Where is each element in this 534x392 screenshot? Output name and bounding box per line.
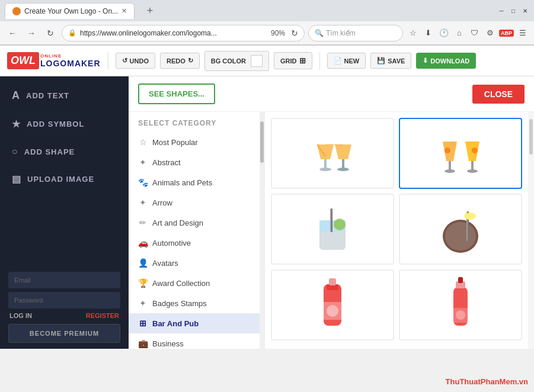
nav-bar: ← → ↻ 🔒 https://www.onlinelogomaker.com/… — [0, 21, 534, 45]
tab-title: Create Your Own Logo - On... — [24, 7, 118, 15]
grid-icon: ⊞ — [299, 56, 306, 65]
download-icon: ⬇ — [423, 57, 428, 65]
sidebar-item-upload-image-label: UPLOAD IMAGE — [27, 175, 94, 184]
address-reload-button[interactable]: ↻ — [291, 28, 298, 38]
new-label: NEW — [344, 57, 360, 65]
bg-color-swatch — [251, 55, 263, 67]
toolbar-separator — [108, 52, 108, 70]
category-business[interactable]: 💼 Business — [129, 333, 264, 349]
sidebar-item-add-symbol[interactable]: ★ ADD SYMBOL — [0, 110, 129, 138]
category-avatars-label: Avatars — [152, 259, 178, 268]
downloads-icon[interactable]: ⬇ — [422, 27, 435, 40]
category-award-collection[interactable]: 🏆 Award Collection — [129, 273, 264, 293]
category-badges-stamps[interactable]: ✦ Badges Stamps — [129, 293, 264, 313]
category-avatars[interactable]: 👤 Avatars — [129, 253, 264, 273]
maximize-button[interactable]: □ — [509, 7, 517, 15]
bg-color-button[interactable]: BG COLOR — [204, 51, 269, 71]
home-icon[interactable]: ⌂ — [453, 27, 466, 40]
symbol-card-5[interactable] — [271, 269, 394, 340]
ssl-lock-icon: 🔒 — [68, 29, 76, 37]
symbol-card-4[interactable] — [399, 194, 522, 265]
toolbar-separator-2 — [319, 52, 320, 70]
bookmark-star-icon[interactable]: ☆ — [407, 27, 420, 40]
right-scrollbar[interactable] — [528, 112, 534, 349]
tab-close-btn[interactable]: ✕ — [121, 7, 127, 15]
password-field[interactable] — [8, 292, 120, 309]
content-area: SEE SHAPES... CLOSE SELECT CATEGORY ☆ Mo… — [129, 76, 534, 349]
category-bar-pub[interactable]: ⊞ Bar And Pub — [129, 313, 264, 333]
close-button[interactable]: CLOSE — [472, 85, 525, 104]
symbol-svg-4 — [437, 200, 484, 259]
undo-button[interactable]: ↺ UNDO — [116, 53, 155, 69]
back-button[interactable]: ← — [5, 25, 20, 41]
symbol-svg-6 — [437, 272, 484, 338]
new-tab-button[interactable]: + — [142, 2, 158, 19]
new-doc-icon: 📄 — [334, 57, 342, 65]
scroll-bar[interactable] — [260, 112, 264, 349]
register-button[interactable]: REGISTER — [86, 312, 119, 319]
address-bar[interactable]: 🔒 https://www.onlinelogomaker.com/logoma… — [62, 25, 305, 41]
add-shape-icon: ○ — [12, 146, 18, 157]
menu-icon[interactable]: ☰ — [516, 27, 529, 40]
automotive-icon: 🚗 — [138, 238, 148, 248]
sync-icon[interactable]: ⚙ — [484, 27, 497, 40]
undo-icon: ↺ — [122, 57, 127, 65]
symbols-grid — [271, 118, 522, 340]
grid-button[interactable]: GRID ⊞ — [274, 52, 312, 69]
search-bar[interactable]: 🔍 Tìm kiếm — [308, 25, 403, 41]
category-animals-pets[interactable]: 🐾 Animals and Pets — [129, 172, 264, 192]
watermark: ThuThuatPhanMem.vn — [446, 377, 528, 386]
forward-button[interactable]: → — [24, 25, 39, 41]
arrow-icon: ✦ — [138, 198, 148, 207]
category-most-popular[interactable]: ☆ Most Popular — [129, 132, 264, 152]
see-shapes-button[interactable]: SEE SHAPES... — [138, 83, 215, 104]
category-arrow[interactable]: ✦ Arrow — [129, 192, 264, 213]
category-abstract[interactable]: ✦ Abstract — [129, 152, 264, 172]
symbol-card-1[interactable] — [271, 118, 394, 189]
minimize-button[interactable]: ─ — [497, 7, 506, 15]
browser-chrome: Create Your Own Logo - On... ✕ + ─ □ ✕ ←… — [0, 0, 534, 46]
svg-rect-30 — [458, 277, 463, 283]
login-button[interactable]: LOG IN — [9, 312, 32, 319]
redo-label: REDO — [167, 57, 186, 65]
adblock-badge[interactable]: ABP — [499, 30, 514, 37]
new-button[interactable]: 📄 NEW — [327, 53, 366, 69]
watermark-text: ThuThuatPhanMem — [446, 377, 517, 386]
symbol-card-3[interactable] — [271, 194, 394, 265]
symbol-svg-1 — [309, 127, 356, 180]
category-badges-stamps-label: Badges Stamps — [152, 299, 207, 308]
sidebar-item-add-shape[interactable]: ○ ADD SHAPE — [0, 138, 129, 165]
download-button[interactable]: ⬇ DOWNLOAD — [416, 53, 476, 69]
logo-owl: OWL — [7, 52, 39, 69]
sidebar-item-upload-image[interactable]: ▤ UPLOAD IMAGE — [0, 165, 129, 193]
add-symbol-icon: ★ — [12, 118, 21, 130]
shield-icon[interactable]: 🛡 — [468, 27, 481, 40]
upload-image-icon: ▤ — [12, 173, 21, 185]
symbols-grid-wrap — [265, 112, 528, 349]
history-icon[interactable]: 🕐 — [437, 27, 450, 40]
save-icon: 💾 — [377, 57, 385, 65]
browser-tab[interactable]: Create Your Own Logo - On... ✕ — [5, 3, 135, 19]
logo-text: ONLINE LOGOMAKER — [40, 53, 101, 68]
email-field[interactable] — [8, 272, 120, 288]
content-header: SEE SHAPES... CLOSE — [129, 76, 534, 112]
redo-button[interactable]: REDO ↻ — [160, 53, 200, 69]
save-button[interactable]: 💾 SAVE — [370, 53, 411, 69]
badges-stamps-icon: ✦ — [138, 298, 148, 308]
reload-button[interactable]: ↻ — [43, 25, 58, 41]
business-icon: 💼 — [138, 339, 148, 348]
category-list: SELECT CATEGORY ☆ Most Popular ✦ Abstrac… — [129, 112, 265, 349]
sidebar-item-add-shape-label: ADD SHAPE — [24, 147, 75, 156]
category-art-design[interactable]: ✏ Art and Design — [129, 213, 264, 233]
grid-label: GRID — [280, 57, 297, 65]
symbol-card-2[interactable] — [399, 118, 522, 189]
abstract-icon: ✦ — [138, 158, 148, 167]
avatars-icon: 👤 — [138, 258, 148, 268]
premium-button[interactable]: BECOME PREMIUM — [8, 324, 120, 343]
category-automotive[interactable]: 🚗 Automotive — [129, 233, 264, 253]
close-window-button[interactable]: ✕ — [521, 7, 529, 15]
sidebar-item-add-text[interactable]: A ADD TEXT — [0, 81, 129, 110]
symbol-card-6[interactable] — [399, 269, 522, 340]
category-most-popular-label: Most Popular — [152, 138, 198, 147]
svg-point-23 — [327, 305, 338, 317]
